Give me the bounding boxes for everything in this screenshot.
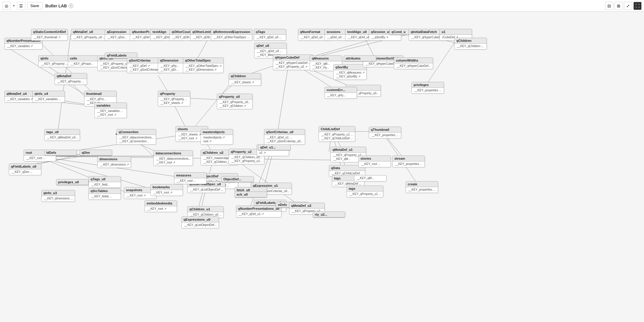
node-header[interactable]: qFieldLabels_u0: [9, 164, 41, 169]
node-header[interactable]: qProperty_u0: [217, 94, 252, 100]
node-header[interactable]: qThumbnail: [369, 127, 401, 133]
node-rty_u2[interactable]: rty_u2...: [313, 212, 345, 218]
node-header[interactable]: ChildListDef: [319, 126, 355, 132]
node-qThumbnail[interactable]: qThumbnail__KEY_properties ...: [369, 127, 401, 138]
node-qProperty[interactable]: qProperty__KEY_qProperty ...__KEY_sheets…: [158, 91, 190, 106]
node-header[interactable]: embeddedmedia: [145, 201, 177, 206]
node-header[interactable]: qProperty: [158, 91, 190, 97]
node-header[interactable]: dataconnections: [154, 151, 193, 156]
node-header[interactable]: tags_u0: [45, 129, 80, 135]
expand-button[interactable]: ⤢: [624, 2, 632, 10]
node-header[interactable]: qConnection: [117, 129, 156, 135]
node-header[interactable]: qInfo_u4: [33, 91, 65, 97]
node-qSrcTables[interactable]: qSrcTables__KEY_fields ...: [89, 188, 121, 200]
node-ldDefs[interactable]: ldDefs: [44, 150, 77, 156]
node-header[interactable]: stories: [359, 156, 391, 161]
node-header[interactable]: qMeasures: [310, 56, 342, 61]
node-header[interactable]: ObjectDef...: [222, 176, 253, 182]
node-masterobjects[interactable]: masterobjectsmasterobjects ↗root ↗: [201, 129, 233, 145]
node-privileges_u0[interactable]: privileges_u0: [56, 179, 89, 185]
node-qMetaDef_u4[interactable]: qMetaDef_u4__KEY_variables ↗: [4, 91, 37, 103]
node-header[interactable]: qSortCriterias: [127, 58, 163, 63]
node-header[interactable]: cells: [68, 56, 100, 61]
node-header[interactable]: qMetaDef: [55, 73, 87, 79]
node-header[interactable]: stream: [393, 156, 425, 161]
node-create[interactable]: create__KEY_properties ...: [406, 181, 438, 193]
node-header[interactable]: qDef_u1...: [258, 145, 290, 150]
node-ech_u0[interactable]: ech_u0: [235, 191, 267, 198]
node-privileges[interactable]: privileges__KEY_properties ...: [412, 82, 444, 94]
node-header[interactable]: qSortBy: [334, 65, 366, 70]
node-header[interactable]: variables: [95, 103, 127, 108]
node-header[interactable]: qChildren: [455, 38, 486, 44]
node-header[interactable]: privileges: [412, 82, 444, 88]
node-header[interactable]: qHyperCubeDef: [273, 55, 313, 60]
node-header[interactable]: rty_u2...: [313, 212, 345, 217]
node-cells[interactable]: cells__KEY_qPrope...: [68, 55, 100, 67]
node-measures[interactable]: measures__KEY_root ...: [174, 172, 207, 184]
node-header[interactable]: thumbnail: [84, 91, 116, 97]
node-header[interactable]: tags: [347, 186, 383, 191]
node-header[interactable]: qReferencedExpression: [211, 29, 252, 35]
node-qNumberPresentations_u0[interactable]: qNumberPresentations_u0__KEY_qDef_u1 ↗: [236, 206, 281, 217]
node-qChildren_sheets[interactable]: __KEY_sheets ↗: [229, 80, 261, 86]
node-variables[interactable]: variables__KEY_variables ...__KEY_root ↗: [94, 103, 127, 118]
node-qMetaDef_u0[interactable]: qMetaDef_u0__KEY_qProperty_u0 ...: [71, 29, 107, 41]
node-header[interactable]: ech_u0: [235, 192, 267, 197]
node-qSortCriterias[interactable]: qSortCriterias__KEY_qDef ↗__KEY_qSortCri…: [127, 57, 163, 73]
node-header[interactable]: qOtherTotalSpec: [183, 58, 223, 63]
minimize-button[interactable]: ⊟: [605, 2, 613, 10]
node-qTags[interactable]: qTags__KEY_qDef_u0 ...: [254, 29, 286, 41]
node-qTags_u0[interactable]: qTags_u0__KEY_field...: [89, 176, 121, 188]
node-qDef_u1[interactable]: qDef_u1...: [258, 144, 291, 151]
node-header[interactable]: qChildren: [229, 73, 261, 79]
node-header[interactable]: qMetaDef_u0: [71, 29, 107, 35]
fullscreen-button[interactable]: ⛶: [633, 2, 642, 10]
node-header[interactable]: privileges_u0: [56, 179, 88, 185]
list-button[interactable]: ☰: [17, 2, 25, 10]
node-header[interactable]: columnWidths: [394, 58, 433, 63]
node-header[interactable]: qMetaDef_u4: [5, 91, 37, 97]
node-header[interactable]: qTags: [254, 29, 286, 35]
node-qMetaDef_u1b[interactable]: __KEY_qM...: [354, 175, 386, 181]
node-bookmarks[interactable]: bookmarks__KEY_root ↗: [150, 184, 183, 196]
node-embeddedmedia[interactable]: embeddedmedia__KEY_root ↗: [145, 200, 177, 212]
node-qFieldLabels_u0[interactable]: qFieldLabels_u0__KEY_qDim ...: [9, 164, 41, 175]
node-qProperty_u0[interactable]: qProperty_u0__KEY_qProperty_u0...__KEY_q…: [217, 94, 253, 109]
node-header[interactable]: customErr...: [325, 87, 357, 93]
node-header[interactable]: create: [406, 181, 438, 187]
node-header[interactable]: qInfo_u3: [42, 190, 75, 196]
node-dataconnections[interactable]: dataconnections__KEY_dataconnections..._…: [153, 150, 193, 166]
node-header[interactable]: masterobjects: [201, 129, 233, 135]
node-header[interactable]: qInfo: [39, 56, 71, 61]
node-header[interactable]: u1: [440, 29, 472, 35]
node-columnWidths[interactable]: columnWidths__KEY_qHyperCubeDef...: [394, 57, 433, 69]
node-qStaticContentUrlDef[interactable]: qStaticContentUrlDef__KEY_thumbnail ↗: [31, 29, 68, 41]
node-header[interactable]: ldDefs: [45, 150, 76, 156]
node-qChildren[interactable]: qChildren__KEY_qChildren ...: [454, 38, 487, 49]
node-header[interactable]: qMetaDef_u1: [331, 147, 366, 153]
node-header[interactable]: attributes: [344, 56, 376, 61]
node-qSortCriterias_u0[interactable]: qSortCriterias_u0__KEY_qDef_u1 ...__KEY_…: [264, 129, 305, 145]
node-ChildListDef[interactable]: ChildListDef__KEY_qProperty_u1 ...__KEY_…: [319, 126, 355, 142]
node-header[interactable]: bookmarks: [151, 184, 183, 190]
node-qExpressions_u0[interactable]: qExpressions_u0__KEY_qListObjectDef...: [181, 217, 219, 228]
node-dimensions[interactable]: dimensions__KEY_dimensions ↗: [97, 156, 131, 168]
node-qSortBy[interactable]: qSortBy__KEY_qMeasures ↗__KEY_qSortBy ↗: [333, 64, 367, 80]
node-qReferencedExpression[interactable]: qReferencedExpression__KEY_qOtherTotalSp…: [211, 29, 252, 41]
node-header[interactable]: qSortCriterias_u0: [264, 129, 305, 135]
node-customErr[interactable]: customErr...__KEY_qHy...: [325, 87, 357, 99]
node-tags_u1[interactable]: tags__KEY_qProperty_u1 ...: [347, 186, 383, 197]
node-qOtherTotalSpec[interactable]: qOtherTotalSpec__KEY_qOtherTotalSpec ↗__…: [183, 57, 224, 73]
node-header[interactable]: qChildren_u1: [188, 207, 223, 212]
node-attributes[interactable]: attributes: [344, 55, 376, 62]
node-qInfo[interactable]: qInfo__KEY_qProperty ...: [38, 55, 71, 67]
node-header[interactable]: qSrcTables: [89, 188, 121, 194]
node-header[interactable]: qDef_u0: [255, 43, 286, 49]
node-stream[interactable]: stream__KEY_properties ...: [392, 156, 425, 167]
node-qInfo_u4[interactable]: qInfo_u4__KEY_variables ...: [32, 91, 65, 103]
restore-button[interactable]: ⊞: [614, 2, 623, 10]
node-header[interactable]: qMetaDef_u2: [289, 203, 325, 209]
node-ObjectDef[interactable]: ObjectDef...: [221, 176, 254, 182]
node-header[interactable]: measures: [174, 173, 206, 178]
